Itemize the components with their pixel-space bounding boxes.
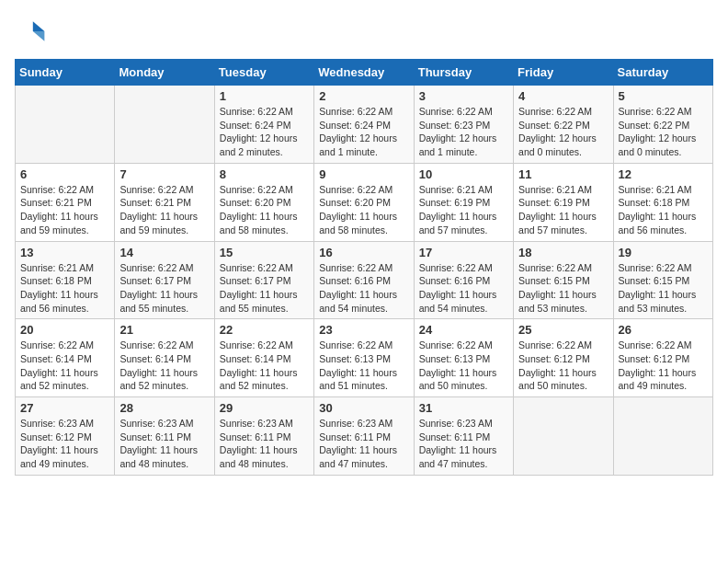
day-number: 12 xyxy=(619,167,708,181)
calendar-cell: 23Sunrise: 6:22 AM Sunset: 6:13 PM Dayli… xyxy=(314,319,414,397)
calendar-body: 1Sunrise: 6:22 AM Sunset: 6:24 PM Daylig… xyxy=(16,86,713,476)
day-number: 27 xyxy=(20,401,109,415)
calendar-cell: 10Sunrise: 6:21 AM Sunset: 6:19 PM Dayli… xyxy=(414,163,513,241)
day-info: Sunrise: 6:23 AM Sunset: 6:11 PM Dayligh… xyxy=(419,417,508,471)
day-number: 26 xyxy=(619,323,708,337)
day-number: 11 xyxy=(518,167,608,181)
calendar-cell: 25Sunrise: 6:22 AM Sunset: 6:12 PM Dayli… xyxy=(514,319,613,397)
calendar-cell: 2Sunrise: 6:22 AM Sunset: 6:24 PM Daylig… xyxy=(314,86,414,164)
day-number: 30 xyxy=(319,401,408,415)
calendar-cell: 19Sunrise: 6:22 AM Sunset: 6:15 PM Dayli… xyxy=(613,241,712,319)
calendar-header: SundayMondayTuesdayWednesdayThursdayFrid… xyxy=(16,60,713,86)
day-info: Sunrise: 6:22 AM Sunset: 6:21 PM Dayligh… xyxy=(119,183,209,237)
day-info: Sunrise: 6:22 AM Sunset: 6:24 PM Dayligh… xyxy=(220,105,309,159)
calendar-cell: 26Sunrise: 6:22 AM Sunset: 6:12 PM Dayli… xyxy=(613,319,712,397)
weekday-header-monday: Monday xyxy=(115,60,214,86)
weekday-header-thursday: Thursday xyxy=(414,60,513,86)
day-info: Sunrise: 6:22 AM Sunset: 6:13 PM Dayligh… xyxy=(319,339,408,393)
day-number: 3 xyxy=(419,89,508,103)
calendar-cell xyxy=(613,397,712,476)
day-info: Sunrise: 6:22 AM Sunset: 6:14 PM Dayligh… xyxy=(119,339,209,393)
day-number: 13 xyxy=(20,246,109,259)
day-info: Sunrise: 6:21 AM Sunset: 6:19 PM Dayligh… xyxy=(518,183,608,237)
calendar-cell: 18Sunrise: 6:22 AM Sunset: 6:15 PM Dayli… xyxy=(514,241,613,319)
logo-icon xyxy=(15,15,48,48)
weekday-header-sunday: Sunday xyxy=(16,60,115,86)
calendar-cell: 9Sunrise: 6:22 AM Sunset: 6:20 PM Daylig… xyxy=(314,163,414,241)
day-info: Sunrise: 6:22 AM Sunset: 6:24 PM Dayligh… xyxy=(319,105,408,159)
day-info: Sunrise: 6:22 AM Sunset: 6:14 PM Dayligh… xyxy=(220,339,309,393)
calendar-cell xyxy=(514,397,613,476)
weekday-header-wednesday: Wednesday xyxy=(314,60,414,86)
calendar-cell: 7Sunrise: 6:22 AM Sunset: 6:21 PM Daylig… xyxy=(115,163,214,241)
day-info: Sunrise: 6:22 AM Sunset: 6:22 PM Dayligh… xyxy=(619,105,708,159)
day-number: 6 xyxy=(20,167,109,181)
day-info: Sunrise: 6:22 AM Sunset: 6:12 PM Dayligh… xyxy=(619,339,708,393)
weekday-header-tuesday: Tuesday xyxy=(214,60,313,86)
day-info: Sunrise: 6:23 AM Sunset: 6:11 PM Dayligh… xyxy=(319,417,408,471)
day-info: Sunrise: 6:21 AM Sunset: 6:18 PM Dayligh… xyxy=(20,261,109,316)
day-number: 17 xyxy=(419,246,508,259)
day-number: 7 xyxy=(119,167,209,181)
day-number: 5 xyxy=(619,89,708,103)
day-number: 16 xyxy=(319,246,408,259)
day-info: Sunrise: 6:22 AM Sunset: 6:20 PM Dayligh… xyxy=(319,183,408,237)
day-number: 23 xyxy=(319,323,408,337)
day-number: 28 xyxy=(119,401,209,415)
day-number: 1 xyxy=(220,89,309,103)
day-info: Sunrise: 6:21 AM Sunset: 6:18 PM Dayligh… xyxy=(619,183,708,237)
calendar-cell: 30Sunrise: 6:23 AM Sunset: 6:11 PM Dayli… xyxy=(314,397,414,476)
calendar-week-row: 6Sunrise: 6:22 AM Sunset: 6:21 PM Daylig… xyxy=(16,163,713,241)
calendar-cell: 13Sunrise: 6:21 AM Sunset: 6:18 PM Dayli… xyxy=(16,241,115,319)
calendar-cell: 21Sunrise: 6:22 AM Sunset: 6:14 PM Dayli… xyxy=(115,319,214,397)
weekday-header-saturday: Saturday xyxy=(613,60,712,86)
day-info: Sunrise: 6:22 AM Sunset: 6:12 PM Dayligh… xyxy=(518,339,608,393)
day-info: Sunrise: 6:23 AM Sunset: 6:12 PM Dayligh… xyxy=(20,417,109,471)
calendar-cell xyxy=(115,86,214,164)
day-info: Sunrise: 6:22 AM Sunset: 6:15 PM Dayligh… xyxy=(619,261,708,316)
day-info: Sunrise: 6:22 AM Sunset: 6:13 PM Dayligh… xyxy=(419,339,508,393)
calendar-cell: 6Sunrise: 6:22 AM Sunset: 6:21 PM Daylig… xyxy=(16,163,115,241)
page-header xyxy=(15,15,713,48)
svg-marker-0 xyxy=(33,21,45,31)
calendar-cell: 5Sunrise: 6:22 AM Sunset: 6:22 PM Daylig… xyxy=(613,86,712,164)
weekday-header-friday: Friday xyxy=(514,60,613,86)
calendar-cell: 1Sunrise: 6:22 AM Sunset: 6:24 PM Daylig… xyxy=(214,86,313,164)
calendar-cell: 27Sunrise: 6:23 AM Sunset: 6:12 PM Dayli… xyxy=(16,397,115,476)
day-number: 25 xyxy=(518,323,608,337)
day-number: 2 xyxy=(319,89,408,103)
day-info: Sunrise: 6:21 AM Sunset: 6:19 PM Dayligh… xyxy=(419,183,508,237)
day-number: 24 xyxy=(419,323,508,337)
calendar-cell: 24Sunrise: 6:22 AM Sunset: 6:13 PM Dayli… xyxy=(414,319,513,397)
calendar-cell: 8Sunrise: 6:22 AM Sunset: 6:20 PM Daylig… xyxy=(214,163,313,241)
calendar-cell: 4Sunrise: 6:22 AM Sunset: 6:22 PM Daylig… xyxy=(514,86,613,164)
calendar-week-row: 20Sunrise: 6:22 AM Sunset: 6:14 PM Dayli… xyxy=(16,319,713,397)
calendar-cell: 12Sunrise: 6:21 AM Sunset: 6:18 PM Dayli… xyxy=(613,163,712,241)
day-number: 9 xyxy=(319,167,408,181)
day-number: 29 xyxy=(220,401,309,415)
svg-marker-1 xyxy=(33,31,45,41)
day-info: Sunrise: 6:22 AM Sunset: 6:20 PM Dayligh… xyxy=(220,183,309,237)
calendar-cell: 3Sunrise: 6:22 AM Sunset: 6:23 PM Daylig… xyxy=(414,86,513,164)
day-number: 31 xyxy=(419,401,508,415)
day-info: Sunrise: 6:22 AM Sunset: 6:16 PM Dayligh… xyxy=(319,261,408,316)
day-info: Sunrise: 6:22 AM Sunset: 6:16 PM Dayligh… xyxy=(419,261,508,316)
calendar-cell: 16Sunrise: 6:22 AM Sunset: 6:16 PM Dayli… xyxy=(314,241,414,319)
day-number: 14 xyxy=(119,246,209,259)
calendar-cell: 31Sunrise: 6:23 AM Sunset: 6:11 PM Dayli… xyxy=(414,397,513,476)
day-info: Sunrise: 6:23 AM Sunset: 6:11 PM Dayligh… xyxy=(220,417,309,471)
day-number: 4 xyxy=(518,89,608,103)
day-number: 15 xyxy=(220,246,309,259)
calendar-table: SundayMondayTuesdayWednesdayThursdayFrid… xyxy=(15,59,713,476)
calendar-cell: 22Sunrise: 6:22 AM Sunset: 6:14 PM Dayli… xyxy=(214,319,313,397)
day-info: Sunrise: 6:22 AM Sunset: 6:23 PM Dayligh… xyxy=(419,105,508,159)
day-number: 21 xyxy=(119,323,209,337)
day-info: Sunrise: 6:22 AM Sunset: 6:17 PM Dayligh… xyxy=(220,261,309,316)
day-info: Sunrise: 6:22 AM Sunset: 6:17 PM Dayligh… xyxy=(119,261,209,316)
day-info: Sunrise: 6:22 AM Sunset: 6:15 PM Dayligh… xyxy=(518,261,608,316)
calendar-cell: 11Sunrise: 6:21 AM Sunset: 6:19 PM Dayli… xyxy=(514,163,613,241)
calendar-cell xyxy=(16,86,115,164)
day-number: 10 xyxy=(419,167,508,181)
weekday-header-row: SundayMondayTuesdayWednesdayThursdayFrid… xyxy=(16,60,713,86)
day-info: Sunrise: 6:22 AM Sunset: 6:21 PM Dayligh… xyxy=(20,183,109,237)
